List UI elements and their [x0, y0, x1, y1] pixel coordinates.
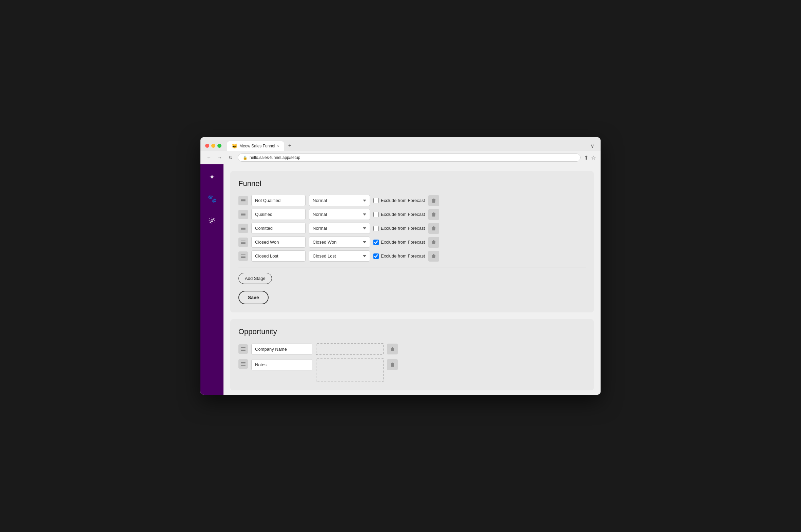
tab-title: Meow Sales Funnel — [239, 144, 275, 148]
save-button[interactable]: Save — [238, 291, 269, 304]
divider — [238, 267, 586, 267]
exclude-forecast-checkbox[interactable] — [374, 226, 379, 231]
svg-rect-13 — [241, 242, 245, 243]
delete-stage-button[interactable] — [428, 209, 439, 220]
exclude-forecast-checkbox[interactable] — [374, 198, 379, 203]
back-button[interactable]: ← — [205, 154, 213, 161]
svg-rect-18 — [241, 347, 245, 348]
maximize-button[interactable] — [217, 144, 221, 148]
address-actions: ⬆ ☆ — [584, 154, 596, 161]
field-value-input[interactable] — [316, 343, 384, 355]
stage-type-select[interactable]: Normal Closed Won Closed Lost — [309, 236, 370, 248]
delete-field-button[interactable] — [387, 359, 398, 370]
browser-titlebar: 🐱 Meow Sales Funnel × + ∨ — [200, 137, 601, 151]
table-row — [238, 358, 586, 382]
exclude-forecast-checkbox[interactable] — [374, 240, 379, 245]
delete-stage-button[interactable] — [428, 223, 439, 234]
svg-rect-9 — [241, 227, 245, 227]
exclude-forecast-checkbox[interactable] — [374, 253, 379, 259]
svg-rect-4 — [241, 200, 245, 201]
minimize-button[interactable] — [211, 144, 215, 148]
refresh-button[interactable]: ↻ — [227, 154, 234, 161]
svg-point-2 — [213, 219, 214, 220]
tab-menu-button[interactable]: ∨ — [589, 141, 596, 150]
delete-field-button[interactable] — [387, 344, 398, 355]
stage-type-select[interactable]: Normal Closed Won Closed Lost — [309, 223, 370, 234]
stage-name-input[interactable] — [251, 236, 306, 248]
sidebar-item-sparkles[interactable]: ✦ — [205, 170, 219, 184]
delete-stage-button[interactable] — [428, 195, 439, 206]
stage-type-select[interactable]: Normal Closed Won Closed Lost — [309, 195, 370, 206]
exclude-forecast-text: Exclude from Forecast — [381, 198, 425, 203]
svg-rect-22 — [241, 364, 245, 364]
opportunity-section: Opportunity — [230, 319, 594, 391]
exclude-forecast-label: Exclude from Forecast — [374, 240, 425, 245]
lock-icon: 🔒 — [243, 155, 248, 160]
stage-name-input[interactable] — [251, 250, 306, 262]
svg-rect-11 — [241, 229, 245, 230]
svg-rect-19 — [241, 349, 245, 349]
drag-handle[interactable] — [238, 224, 248, 233]
drag-handle[interactable] — [238, 196, 248, 205]
add-stage-button[interactable]: Add Stage — [238, 273, 272, 284]
svg-point-1 — [210, 222, 211, 223]
exclude-forecast-text: Exclude from Forecast — [381, 226, 425, 231]
field-value-input[interactable] — [316, 358, 384, 382]
svg-rect-3 — [241, 199, 245, 200]
stage-type-select[interactable]: Normal Closed Won Closed Lost — [309, 209, 370, 220]
delete-stage-button[interactable] — [428, 237, 439, 248]
svg-rect-20 — [241, 350, 245, 351]
content-area: Funnel Normal Closed Won Closed Lost — [223, 164, 601, 395]
table-row: Normal Closed Won Closed Lost Exclude fr… — [238, 195, 586, 206]
active-tab[interactable]: 🐱 Meow Sales Funnel × — [227, 141, 284, 151]
svg-rect-7 — [241, 214, 245, 215]
exclude-forecast-text: Exclude from Forecast — [381, 212, 425, 217]
stage-name-input[interactable] — [251, 195, 306, 206]
field-name-input[interactable] — [251, 344, 312, 355]
svg-rect-14 — [241, 243, 245, 244]
exclude-forecast-checkbox[interactable] — [374, 212, 379, 217]
exclude-forecast-label: Exclude from Forecast — [374, 253, 425, 259]
svg-rect-17 — [241, 257, 245, 258]
table-row: Normal Closed Won Closed Lost Exclude fr… — [238, 209, 586, 220]
tab-close-button[interactable]: × — [277, 144, 279, 148]
svg-rect-10 — [241, 228, 245, 229]
exclude-forecast-label: Exclude from Forecast — [374, 226, 425, 231]
table-row: Normal Closed Won Closed Lost Exclude fr… — [238, 250, 586, 262]
new-tab-button[interactable]: + — [285, 140, 295, 151]
address-bar[interactable]: 🔒 hello.sales-funnel.app/setup — [238, 153, 581, 162]
exclude-forecast-text: Exclude from Forecast — [381, 240, 425, 245]
table-row: Normal Closed Won Closed Lost Exclude fr… — [238, 223, 586, 234]
svg-point-0 — [211, 220, 213, 222]
drag-handle[interactable] — [238, 238, 248, 247]
svg-rect-21 — [241, 362, 245, 363]
field-name-input[interactable] — [251, 359, 312, 370]
stage-rows: Normal Closed Won Closed Lost Exclude fr… — [238, 195, 586, 262]
svg-rect-6 — [241, 213, 245, 213]
drag-handle[interactable] — [238, 359, 248, 369]
stage-type-select[interactable]: Normal Closed Won Closed Lost — [309, 250, 370, 262]
exclude-forecast-text: Exclude from Forecast — [381, 253, 425, 259]
close-button[interactable] — [205, 144, 209, 148]
drag-handle[interactable] — [238, 210, 248, 219]
sidebar-item-settings[interactable] — [205, 214, 219, 227]
browser-addressbar: ← → ↻ 🔒 hello.sales-funnel.app/setup ⬆ ☆ — [200, 151, 601, 164]
svg-rect-12 — [241, 241, 245, 241]
svg-rect-23 — [241, 365, 245, 366]
stage-name-input[interactable] — [251, 223, 306, 234]
stage-name-input[interactable] — [251, 209, 306, 220]
sidebar-item-paw[interactable]: 🐾 — [205, 192, 219, 206]
browser-body: ✦ 🐾 Funnel — [200, 164, 601, 395]
bookmark-icon[interactable]: ☆ — [591, 154, 596, 161]
opportunity-title: Opportunity — [238, 327, 586, 336]
table-row — [238, 343, 586, 355]
drag-handle[interactable] — [238, 251, 248, 261]
address-text: hello.sales-funnel.app/setup — [250, 155, 300, 160]
svg-rect-8 — [241, 215, 245, 216]
forward-button[interactable]: → — [216, 154, 223, 161]
share-icon[interactable]: ⬆ — [584, 154, 588, 161]
svg-rect-16 — [241, 256, 245, 256]
exclude-forecast-label: Exclude from Forecast — [374, 198, 425, 203]
delete-stage-button[interactable] — [428, 251, 439, 262]
drag-handle[interactable] — [238, 344, 248, 354]
